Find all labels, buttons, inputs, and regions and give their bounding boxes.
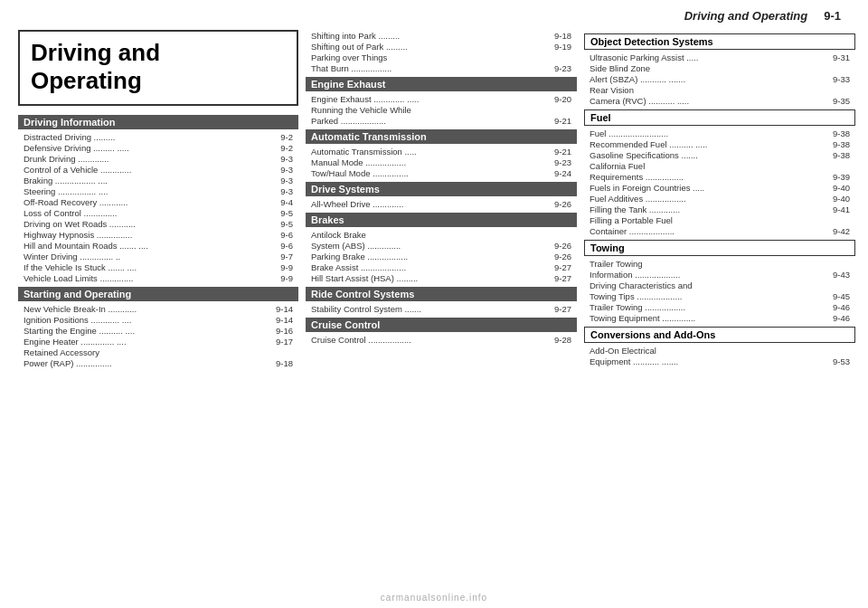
- toc-item-label: Fuel .........................: [590, 128, 831, 138]
- section-header-outline: Towing: [584, 240, 855, 256]
- toc-item: Manual Mode .................9-23: [306, 157, 577, 167]
- toc-item-label: Distracted Driving .........: [24, 132, 278, 142]
- toc-item: Camera (RVC) ........... .....9-35: [584, 95, 855, 106]
- left-column: Driving and Operating Driving Informatio…: [18, 30, 298, 368]
- toc-item-page: 9-17: [276, 337, 293, 347]
- left-sections: Driving InformationDistracted Driving ..…: [18, 115, 298, 368]
- toc-item-page: 9-39: [833, 172, 850, 182]
- toc-item-page: 9-27: [554, 273, 571, 283]
- toc-item-label: Parking over Things: [311, 52, 571, 62]
- toc-item-label: Antilock Brake: [311, 230, 571, 240]
- toc-item-page: 9-3: [280, 176, 293, 185]
- toc-item: Stability Control System .......9-27: [306, 303, 577, 314]
- toc-item: Equipment ........... .......9-53: [584, 356, 855, 366]
- toc-item-page: 9-24: [554, 168, 571, 178]
- toc-item-label: Defensive Driving ......... .....: [24, 143, 278, 153]
- toc-item-label: Braking ................. ....: [24, 176, 278, 185]
- toc-item-page: 9-16: [276, 326, 293, 336]
- toc-item: Retained Accessory: [18, 347, 298, 357]
- toc-item: Vehicle Load Limits ..............9-9: [18, 272, 298, 283]
- toc-item-page: 9-46: [833, 302, 850, 312]
- toc-item: Parked ...................9-21: [306, 115, 577, 126]
- toc-item-label: Driving on Wet Roads ...........: [24, 219, 278, 229]
- toc-item: That Burn .................9-23: [306, 62, 577, 73]
- section-header: Ride Control Systems: [306, 287, 577, 301]
- toc-item: Automatic Transmission .....9-21: [306, 146, 577, 157]
- header-row: Driving and Operating 9-1: [18, 9, 850, 23]
- toc-item-page: 9-2: [280, 143, 293, 153]
- toc-item-page: 9-19: [554, 42, 571, 52]
- toc-item-page: 9-31: [833, 52, 850, 62]
- toc-item-page: 9-3: [280, 154, 293, 164]
- toc-item-label: Brake Assist ...................: [311, 262, 552, 272]
- toc-item-page: 9-23: [554, 157, 571, 167]
- toc-item-page: 9-26: [554, 252, 571, 261]
- toc-item: Information ...................9-43: [584, 269, 855, 280]
- toc-item-label: Off-Road Recovery ............: [24, 197, 278, 207]
- toc-item: Driving on Wet Roads ...........9-5: [18, 218, 298, 229]
- toc-item-page: 9-20: [554, 94, 571, 104]
- toc-item-page: 9-38: [833, 128, 850, 138]
- toc-item-label: Add-On Electrical: [590, 346, 850, 356]
- toc-item-page: 9-14: [276, 315, 293, 325]
- toc-item: Control of a Vehicle .............9-3: [18, 164, 298, 175]
- toc-item-page: 9-3: [280, 186, 293, 196]
- toc-item: Parking over Things: [306, 52, 577, 62]
- toc-item-page: 9-5: [280, 208, 293, 218]
- toc-item-label: Ignition Positions ............ ....: [24, 315, 274, 325]
- toc-item-page: 9-23: [554, 63, 571, 73]
- toc-item: Container ...................9-42: [584, 225, 855, 236]
- toc-item: Parking Brake .................9-26: [306, 251, 577, 261]
- toc-item-page: 9-21: [554, 147, 571, 157]
- toc-item-label: Retained Accessory: [24, 347, 293, 357]
- section-header: Drive Systems: [306, 182, 577, 196]
- toc-item-label: Alert (SBZA) ........... .......: [590, 74, 831, 84]
- toc-item: Defensive Driving ......... .....9-2: [18, 142, 298, 153]
- section-header-outline: Conversions and Add-Ons: [584, 327, 855, 343]
- toc-item: New Vehicle Break-In ............9-14: [18, 303, 298, 314]
- toc-item-label: Requirements ................: [590, 172, 831, 182]
- section-header: Driving Information: [18, 115, 298, 129]
- section-header: Brakes: [306, 213, 577, 227]
- toc-item-label: Side Blind Zone: [590, 63, 850, 73]
- toc-item-label: Control of a Vehicle .............: [24, 165, 278, 175]
- toc-item-page: 9-5: [280, 219, 293, 229]
- toc-item-page: 9-9: [280, 262, 293, 272]
- toc-item: Distracted Driving .........9-2: [18, 131, 298, 142]
- section-header: Automatic Transmission: [306, 129, 577, 144]
- section-header: Starting and Operating: [18, 287, 298, 301]
- toc-item: Towing Tips ...................9-45: [584, 290, 855, 301]
- right-sections: Object Detection SystemsUltrasonic Parki…: [584, 33, 855, 366]
- toc-item: Hill and Mountain Roads ....... ....9-6: [18, 240, 298, 251]
- toc-item-page: 9-6: [280, 241, 293, 251]
- toc-item-page: 9-6: [280, 230, 293, 240]
- toc-item-label: Engine Heater .............. ....: [24, 337, 274, 347]
- toc-item-page: 9-40: [833, 183, 850, 193]
- toc-item-page: 9-40: [833, 194, 850, 204]
- mid-sections: Shifting into Park .........9-18Shifting…: [306, 30, 577, 345]
- section-header-outline: Fuel: [584, 109, 855, 126]
- toc-item: Shifting out of Park .........9-19: [306, 41, 577, 52]
- toc-item: Gasoline Specifications .......9-38: [584, 149, 855, 160]
- toc-item-label: Shifting into Park .........: [311, 31, 552, 41]
- toc-item-page: 9-43: [833, 270, 850, 280]
- main-title-line1: Driving and: [31, 39, 286, 67]
- toc-item: Winter Driving .............. ..9-7: [18, 251, 298, 261]
- toc-item: Trailer Towing .................9-46: [584, 301, 855, 312]
- toc-item: Trailer Towing: [584, 258, 855, 269]
- toc-item: Power (RAP) ...............9-18: [18, 357, 298, 368]
- toc-item-label: Rear Vision: [590, 85, 850, 95]
- toc-item: California Fuel: [584, 160, 855, 171]
- toc-item: Filling a Portable Fuel: [584, 214, 855, 225]
- toc-item-label: Fuel Additives .................: [590, 194, 831, 204]
- toc-item-label: Loss of Control ..............: [24, 208, 278, 218]
- toc-item-page: 9-9: [280, 273, 293, 283]
- toc-item: Ultrasonic Parking Assist .....9-31: [584, 52, 855, 62]
- toc-item-label: Parking Brake .................: [311, 252, 552, 261]
- toc-item-page: 9-45: [833, 291, 850, 301]
- toc-item-label: Tow/Haul Mode ...............: [311, 168, 552, 178]
- toc-item-page: 9-7: [280, 252, 293, 261]
- toc-item-page: 9-41: [833, 204, 850, 214]
- toc-item-label: Towing Equipment ..............: [590, 313, 831, 323]
- toc-item-label: Gasoline Specifications .......: [590, 150, 831, 160]
